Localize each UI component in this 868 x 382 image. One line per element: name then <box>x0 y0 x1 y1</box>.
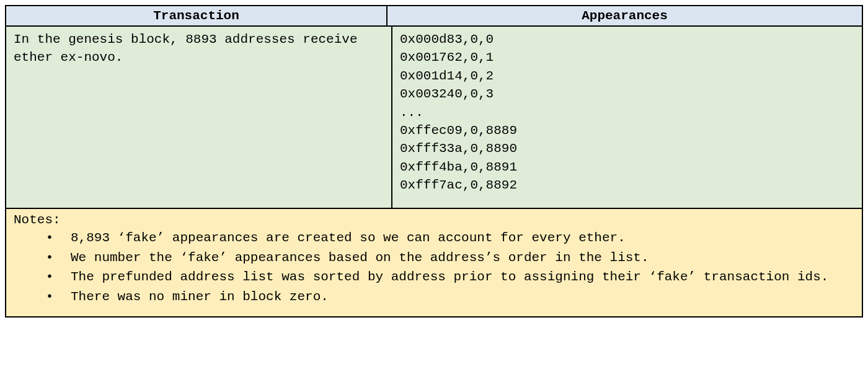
main-table: Transaction Appearances In the genesis b… <box>5 5 863 318</box>
header-appearances: Appearances <box>388 6 862 25</box>
header-row: Transaction Appearances <box>6 6 862 27</box>
note-item: The prefunded address list was sorted by… <box>68 267 854 287</box>
appearance-line: 0x000d83,0,0 <box>400 30 854 48</box>
notes-label: Notes: <box>14 213 854 227</box>
notes-list: 8,893 ‘fake’ appearances are created so … <box>14 228 854 306</box>
appearance-line: 0xfff7ac,0,8892 <box>400 176 854 194</box>
appearance-line: 0xffec09,0,8889 <box>400 122 854 140</box>
data-row: In the genesis block, 8893 addresses rec… <box>6 27 862 209</box>
note-item: There was no miner in block zero. <box>68 287 854 307</box>
appearance-line: ... <box>400 104 854 122</box>
appearance-line: 0x001762,0,1 <box>400 48 854 66</box>
appearance-line: 0xfff33a,0,8890 <box>400 140 854 158</box>
appearance-line: 0x001d14,0,2 <box>400 67 854 85</box>
transaction-cell: In the genesis block, 8893 addresses rec… <box>6 27 392 208</box>
note-item: We number the ‘fake’ appearances based o… <box>68 248 854 268</box>
appearance-line: 0xfff4ba,0,8891 <box>400 158 854 176</box>
header-transaction: Transaction <box>6 6 388 25</box>
appearances-cell: 0x000d83,0,0 0x001762,0,1 0x001d14,0,2 0… <box>392 27 862 208</box>
appearance-line: 0x003240,0,3 <box>400 85 854 103</box>
notes-section: Notes: 8,893 ‘fake’ appearances are crea… <box>6 209 862 316</box>
note-item: 8,893 ‘fake’ appearances are created so … <box>68 228 854 248</box>
